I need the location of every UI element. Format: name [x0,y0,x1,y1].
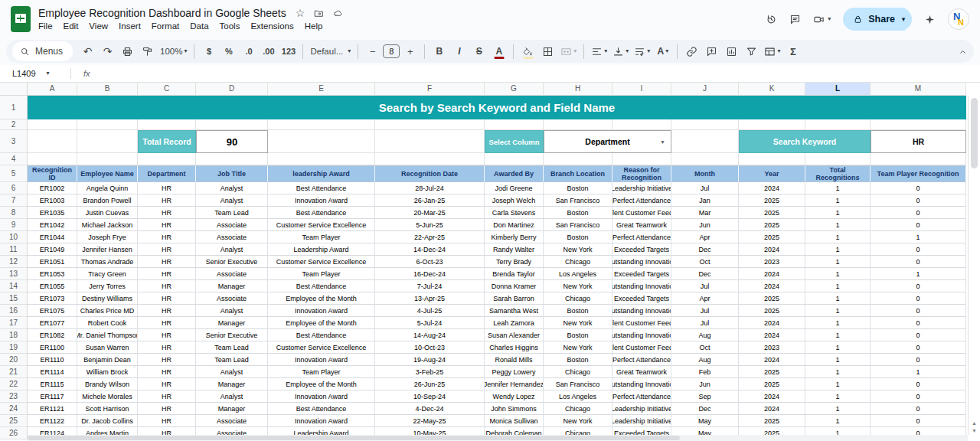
table-cell[interactable]: HR [138,378,196,390]
header-cell[interactable]: Reason for Recognition [612,165,671,182]
table-cell[interactable]: 0 [871,207,966,219]
table-cell[interactable]: 1 [805,231,871,243]
table-cell[interactable]: Associate [196,231,268,243]
row-header-9[interactable]: 9 [0,219,28,231]
row-header-24[interactable]: 24 [0,403,28,415]
table-cell[interactable]: Ronald Mills [485,354,544,366]
table-cell[interactable]: 22-Apr-25 [375,231,485,243]
increase-decimal-button[interactable]: .00 [259,42,278,60]
table-cell[interactable]: ER1003 [28,194,77,207]
total-record-label-cell[interactable]: Total Record [138,130,196,153]
table-cell[interactable]: Outstanding Innovation [612,256,671,268]
menu-help[interactable]: Help [299,21,328,31]
table-cell[interactable]: Great Teamwork [612,219,671,231]
table-cell[interactable]: Leah Zamora [485,317,544,329]
row-header-5[interactable]: 5 [0,165,28,182]
table-cell[interactable]: 20-Mar-25 [375,207,485,219]
table-cell[interactable]: ER1122 [28,415,77,427]
table-cell[interactable]: ER1042 [28,219,77,231]
table-cell[interactable]: Associate [196,268,268,280]
table-cell[interactable]: Senior Executive [196,329,268,341]
vertical-align-button[interactable]: ▾ [610,42,631,60]
table-cell[interactable]: Feb [671,366,739,378]
table-cell[interactable]: HR [138,256,196,268]
redo-button[interactable]: ↷ [98,42,117,60]
table-cell[interactable]: Michele Morales [77,390,138,403]
table-cell[interactable]: Chicago [544,256,612,268]
table-cell[interactable]: ER1049 [28,243,77,256]
table-cell[interactable]: Innovation Award [268,194,375,207]
table-cell[interactable]: May [671,415,739,427]
row-header-8[interactable]: 8 [0,207,28,219]
menu-file[interactable]: File [33,21,58,31]
table-cell[interactable]: 3-Feb-25 [375,366,485,378]
table-cell[interactable]: HR [138,231,196,243]
header-cell[interactable]: Month [671,165,739,182]
table-cell[interactable]: 0 [871,182,966,194]
search-keyword-value-cell[interactable]: HR [871,130,966,153]
column-header-L[interactable]: L [805,83,871,96]
table-cell[interactable]: Apr [671,292,739,305]
header-cell[interactable]: Awarded By [485,165,544,182]
table-cell[interactable]: Innovation Award [268,354,375,366]
table-cell[interactable]: Dec [671,268,739,280]
table-cell[interactable]: Boston [544,354,612,366]
table-cell[interactable]: Peggy Lowery [485,366,544,378]
header-cell[interactable]: Total Recognitions [805,165,871,182]
column-header-H[interactable]: H [544,83,612,96]
table-cell[interactable]: 26-Jan-25 [375,194,485,207]
table-cell[interactable]: 28-Jul-24 [375,182,485,194]
scroll-up-arrow-icon[interactable]: ▲ [972,420,977,426]
table-cell[interactable]: Innovation Award [268,415,375,427]
row-header-11[interactable]: 11 [0,243,28,256]
print-button[interactable] [118,42,137,60]
table-cell[interactable]: Kimberly Berry [485,231,544,243]
table-cell[interactable]: 0 [871,378,966,390]
table-cell[interactable]: Susan Warren [77,341,138,354]
menu-extensions[interactable]: Extensions [245,21,299,31]
text-rotation-button[interactable]: A▾ [653,42,672,60]
column-header-M[interactable]: M [871,83,966,96]
table-cell[interactable]: Perfect Attendance [612,354,671,366]
table-cell[interactable]: Boston [544,329,612,341]
table-cell[interactable]: ER1035 [28,207,77,219]
table-cell[interactable]: 0 [871,280,966,292]
sheets-logo[interactable] [11,6,31,32]
table-cell[interactable]: HR [138,292,196,305]
table-cell[interactable]: HR [138,207,196,219]
table-cell[interactable]: 0 [871,219,966,231]
insert-chart-button[interactable] [722,42,741,60]
table-cell[interactable]: Customer Service Excellence [268,219,375,231]
table-cell[interactable]: San Francisco [544,378,612,390]
table-cell[interactable]: 4-Jul-25 [375,305,485,317]
table-cell[interactable]: Employee of the Month [268,292,375,305]
dropdown-arrow-icon[interactable]: ▼ [660,139,665,145]
table-cell[interactable]: Boston [544,207,612,219]
table-cell[interactable]: Team Player [268,231,375,243]
row-header-16[interactable]: 16 [0,305,28,317]
header-cell[interactable]: Team Player Recognition [871,165,966,182]
table-cell[interactable]: Best Attendance [268,280,375,292]
menu-tools[interactable]: Tools [214,21,246,31]
table-cell[interactable]: Aug [671,329,739,341]
table-cell[interactable]: New York [544,341,612,354]
row-header-7[interactable]: 7 [0,194,28,207]
table-cell[interactable]: HR [138,243,196,256]
table-cell[interactable]: ER1121 [28,403,77,415]
table-cell[interactable]: Team Lead [196,341,268,354]
table-cell[interactable]: 1 [805,366,871,378]
table-cell[interactable]: Samantha West [485,305,544,317]
table-cell[interactable]: San Francisco [544,219,612,231]
table-cell[interactable]: Best Attendance [268,182,375,194]
insert-comment-button[interactable] [702,42,721,60]
table-cell[interactable]: Jul [671,317,739,329]
table-cell[interactable]: Leadership Initiative [612,182,671,194]
table-cell[interactable]: ER1051 [28,256,77,268]
table-cell[interactable]: Carla Stevens [485,207,544,219]
row-header-23[interactable]: 23 [0,390,28,403]
fill-color-button[interactable] [518,42,537,60]
table-cell[interactable]: 2024 [739,182,805,194]
table-cell[interactable]: Manager [196,403,268,415]
vertical-scrollbar[interactable]: ▲ ▼ [968,96,980,435]
share-dropdown-button[interactable]: ▾ [895,8,912,31]
